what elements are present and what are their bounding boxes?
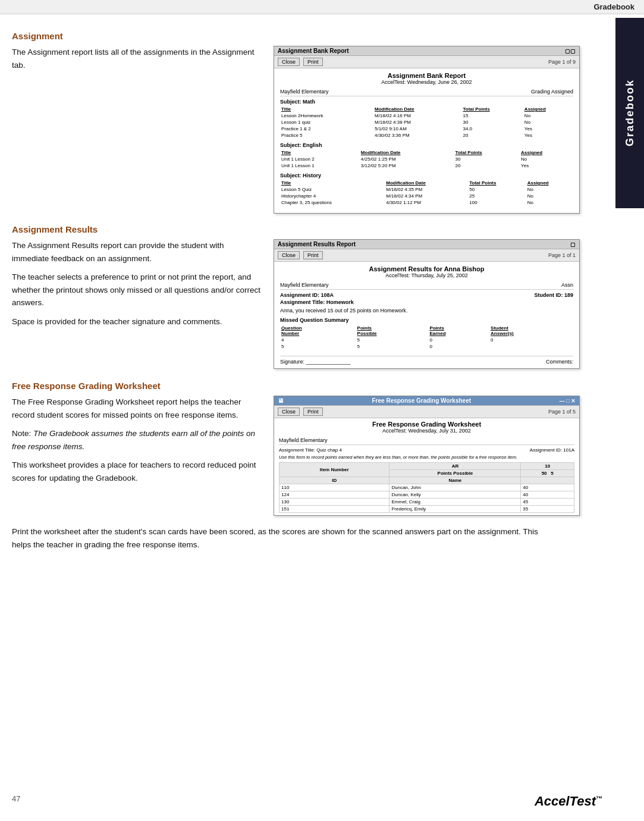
assignment-window-titlebar: Assignment Bank Report ▢▢: [274, 46, 579, 56]
assignment-results-section: The Assignment Results report can provid…: [12, 239, 580, 369]
table-row: 124Duncan, Kelly40: [279, 491, 574, 499]
window-resize-btns: ▢▢: [565, 48, 576, 54]
frgw-assignment-id: Assignment ID: 101A: [530, 447, 574, 453]
ar-title-row: Assignment Title: Homework: [280, 299, 573, 305]
frgw-page-num: Page 1 of 5: [548, 409, 576, 415]
table-row: 151Fredericq, Emily35: [279, 506, 574, 513]
fr-note-label: Note:: [12, 429, 33, 438]
ar-window-body: Assignment Results for Anna Bishop Accel…: [274, 262, 579, 368]
ar-assignment-title: Assignment Title: Homework: [280, 299, 354, 305]
ar-toolbar: Close Print Page 1 of 1: [274, 249, 579, 262]
fr-note-text: The Gradebook assumes the students earn …: [12, 429, 255, 451]
table-row: 110Duncan, John40: [279, 484, 574, 491]
ar-missed-title: Missed Question Summary: [280, 317, 573, 323]
free-response-heading: Free Response Grading Worksheet: [12, 381, 580, 391]
frgw-print-btn[interactable]: Print: [303, 408, 323, 416]
page-title: Gradebook: [593, 2, 634, 11]
ar-assignment-id: Assignment ID: 108A: [280, 292, 334, 298]
assignment-print-btn[interactable]: Print: [303, 58, 323, 66]
assignment-results-screenshot: Assignment Results Report ▢ Close Print …: [274, 239, 580, 369]
hist-col-points: Total Points: [468, 180, 526, 186]
frgw-resize-btns: — □ ✕: [560, 398, 576, 404]
history-table: Title Modification Date Total Points Ass…: [280, 180, 573, 206]
table-row: Practice 54/30/02 3:36 PM20Yes: [280, 132, 573, 139]
math-table: Title Modification Date Total Points Ass…: [280, 106, 573, 139]
math-col-assigned: Assigned: [523, 106, 573, 112]
ar-print-btn[interactable]: Print: [303, 251, 323, 259]
assignment-results-text: The Assignment Results report can provid…: [12, 239, 262, 369]
ar-feedback: Anna, you received 15 out of 25 points o…: [280, 308, 573, 314]
ar-resize-btns: ▢: [570, 242, 576, 247]
assignment-report-title: Assignment Bank Report: [280, 72, 573, 79]
ar-student-id: Student ID: 189: [534, 292, 573, 298]
english-table: Title Modification Date Total Points Ass…: [280, 149, 573, 169]
frgw-school: Mayfield Elementary: [279, 437, 328, 443]
math-col-points: Total Points: [462, 106, 523, 112]
assignment-window-title: Assignment Bank Report: [278, 48, 348, 54]
subject-history: Subject: History Title Modification Date…: [280, 173, 573, 206]
assignment-page-num: Page 1 of 9: [548, 59, 576, 65]
eng-col-assigned: Assigned: [520, 149, 573, 156]
ar-para2: The teacher selects a preference to prin…: [12, 271, 262, 309]
ar-id-row: Assignment ID: 108A Student ID: 189: [280, 292, 573, 298]
frgw-assignment-title: Assignment Title: Quiz chap 4: [279, 447, 342, 453]
right-sidebar: Gradebook: [615, 18, 644, 208]
subject-english: Subject: English Title Modification Date…: [280, 142, 573, 169]
frgw-close-btn[interactable]: Close: [278, 408, 300, 416]
assignment-screenshot: Assignment Bank Report ▢▢ Close Print Pa…: [274, 46, 580, 214]
page-number: 47: [12, 794, 20, 803]
table-row: 130Emmel, Craig45: [279, 499, 574, 506]
assignment-grading-assigned: Grading Assigned: [531, 89, 573, 95]
subject-math-title: Subject: Math: [280, 99, 573, 105]
fr-para3: This worksheet provides a place for teac…: [12, 459, 262, 484]
subject-english-title: Subject: English: [280, 142, 573, 148]
assignment-report-meta: Mayfield Elementary Grading Assigned: [280, 89, 573, 96]
table-row: Lesson 5 QuizM/18/02 4:35 PM50No: [280, 186, 573, 193]
sidebar-label: Gradebook: [624, 79, 636, 146]
table-row: Practice 1 & 25/1/02 9:10 AM34.0Yes: [280, 126, 573, 132]
eng-col-title: Title: [280, 149, 360, 156]
ar-report-sub: AccelTest: Thursday, July 25, 2002: [280, 272, 573, 278]
assignment-results-heading: Assignment Results: [12, 224, 580, 234]
ar-feedback-text: Anna, you received 15 out of 25 points o…: [280, 308, 407, 314]
frgw-body: Free Response Grading Worksheet AccelTes…: [274, 418, 579, 515]
eng-col-moddate: Modification Date: [360, 149, 454, 156]
assignment-report-sub: AccelTest: Wednesday, June 26, 2002: [280, 79, 573, 85]
assignment-heading: Assignment: [12, 31, 580, 41]
table-row: Historychapter 4M/18/02 4:34 PM25No: [280, 193, 573, 199]
ar-para1: The Assignment Results report can provid…: [12, 239, 262, 265]
frgw-col-id: Item Number: [279, 463, 389, 477]
frgw-window-title: Free Response Grading Worksheet: [284, 397, 560, 404]
frgw-instruction: Use this form to record points earned wh…: [279, 455, 574, 460]
ar-signature-label: Signature: _______________: [280, 359, 351, 365]
ar-window-titlebar: Assignment Results Report ▢: [274, 240, 579, 249]
frgw-report-sub: AccelTest: Wednesday, July 31, 2002: [279, 428, 574, 434]
ar-school: Mayfield Elementary: [280, 282, 329, 288]
eng-col-points: Total Points: [454, 149, 520, 156]
math-col-moddate: Modification Date: [373, 106, 462, 112]
logo-text: AccelTest™: [535, 794, 602, 809]
assignment-close-btn[interactable]: Close: [278, 58, 300, 66]
ar-page-num: Page 1 of 1: [548, 252, 576, 258]
subject-math: Subject: Math Title Modification Date To…: [280, 99, 573, 139]
assignment-report-header: Assignment Bank Report AccelTest: Wednes…: [280, 72, 573, 85]
hist-col-title: Title: [280, 180, 385, 186]
hist-col-assigned: Assigned: [526, 180, 573, 186]
frgw-report-header: Free Response Grading Worksheet AccelTes…: [279, 421, 574, 434]
table-row: 550: [280, 343, 573, 350]
top-bar: Gradebook: [0, 0, 644, 14]
fr-para1: The Free Response Grading Worksheet repo…: [12, 396, 262, 421]
main-content: Assignment The Assignment report lists a…: [0, 14, 615, 569]
free-response-section-wrapper: Free Response Grading Worksheet The Free…: [12, 381, 580, 551]
accel-logo: AccelTest™: [535, 794, 602, 809]
ar-report-header: Assignment Results for Anna Bishop Accel…: [280, 265, 573, 278]
ar-close-btn[interactable]: Close: [278, 251, 300, 259]
ar-para3: Space is provided for the teacher signat…: [12, 315, 262, 328]
frgw-report-title: Free Response Grading Worksheet: [279, 421, 574, 428]
ar-comments-label: Comments:: [546, 359, 573, 365]
hist-col-moddate: Modification Date: [385, 180, 468, 186]
ar-window-title: Assignment Results Report: [278, 241, 356, 247]
assignment-text: The Assignment report lists all of the a…: [12, 46, 262, 214]
ar-assign-label: Assn: [561, 282, 573, 288]
assignment-window-body: Assignment Bank Report AccelTest: Wednes…: [274, 68, 579, 213]
